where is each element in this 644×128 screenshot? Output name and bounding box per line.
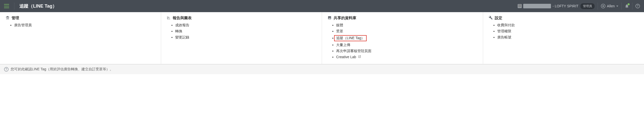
- menu-item-change-log[interactable]: 變更記錄: [175, 35, 316, 40]
- menu-item-creative-lab[interactable]: Creative Lab: [336, 55, 477, 59]
- notification-dot: [628, 3, 630, 5]
- page-title: 追蹤（LINE Tag）: [19, 3, 57, 9]
- nav-menu: 管理 廣告管理員 報告與圖表 成效報告 轉換 變更記錄 共享的資料庫 媒體 受眾: [0, 12, 644, 64]
- help-button[interactable]: ?: [635, 4, 640, 8]
- header-right-group: - LOFTY SPIRIT 管理員 Allen ?: [518, 3, 640, 10]
- org-suffix: - LOFTY SPIRIT: [552, 4, 578, 8]
- user-icon: [601, 4, 605, 8]
- top-bar: 追蹤（LINE Tag） - LOFTY SPIRIT 管理員 Allen ?: [0, 0, 644, 12]
- wrench-icon: [489, 16, 493, 20]
- hamburger-menu-icon[interactable]: [4, 4, 9, 8]
- menu-item-performance-report[interactable]: 成效報告: [175, 23, 316, 28]
- menu-col-reports: 報告與圖表 成效報告 轉換 變更記錄: [161, 12, 322, 64]
- role-badge: 管理員: [580, 3, 595, 9]
- org-name-redacted: [523, 4, 551, 8]
- menu-item-tracking-line-tag[interactable]: 追蹤（LINE Tag）: [336, 35, 477, 41]
- divider: [598, 3, 598, 10]
- menu-item-reapply-landing[interactable]: 再次申請審核登陸頁面: [336, 49, 477, 53]
- divider: [621, 3, 622, 10]
- menu-item-media[interactable]: 媒體: [336, 23, 477, 28]
- menu-item-bulk-upload[interactable]: 大量上傳: [336, 43, 477, 47]
- menu-heading-shared: 共享的資料庫: [328, 16, 477, 20]
- external-link-icon: [357, 55, 361, 59]
- menu-item-ad-account[interactable]: 廣告帳號: [497, 35, 639, 40]
- divider: [14, 3, 14, 10]
- menu-item-conversion[interactable]: 轉換: [175, 29, 316, 34]
- info-text: 您可於此確認LINE Tag（用於評估廣告轉換、建立自訂受眾等）。: [11, 67, 113, 72]
- menu-heading-reports: 報告與圖表: [167, 16, 316, 20]
- menu-heading-settings: 設定: [489, 16, 639, 20]
- menu-col-manage: 管理 廣告管理員: [0, 12, 161, 64]
- bank-icon: [6, 16, 10, 20]
- help-icon: ?: [4, 67, 9, 72]
- building-icon: [518, 4, 522, 8]
- menu-item-permissions[interactable]: 管理權限: [497, 29, 639, 34]
- image-icon: [328, 16, 332, 20]
- info-bar: ? 您可於此確認LINE Tag（用於評估廣告轉換、建立自訂受眾等）。: [0, 64, 644, 74]
- chart-icon: [167, 16, 171, 20]
- menu-item-billing[interactable]: 收費與付款: [497, 23, 639, 28]
- menu-col-shared: 共享的資料庫 媒體 受眾 追蹤（LINE Tag） 大量上傳 再次申請審核登陸頁…: [322, 12, 483, 64]
- menu-item-audience[interactable]: 受眾: [336, 29, 477, 34]
- menu-heading-manage: 管理: [6, 16, 155, 20]
- chevron-down-icon: [616, 6, 618, 7]
- notifications-button[interactable]: [625, 4, 629, 8]
- divider: [632, 3, 632, 10]
- menu-col-settings: 設定 收費與付款 管理權限 廣告帳號: [483, 12, 644, 64]
- user-menu[interactable]: Allen: [601, 4, 618, 8]
- user-name: Allen: [607, 4, 615, 8]
- menu-item-ad-manager[interactable]: 廣告管理員: [14, 23, 155, 28]
